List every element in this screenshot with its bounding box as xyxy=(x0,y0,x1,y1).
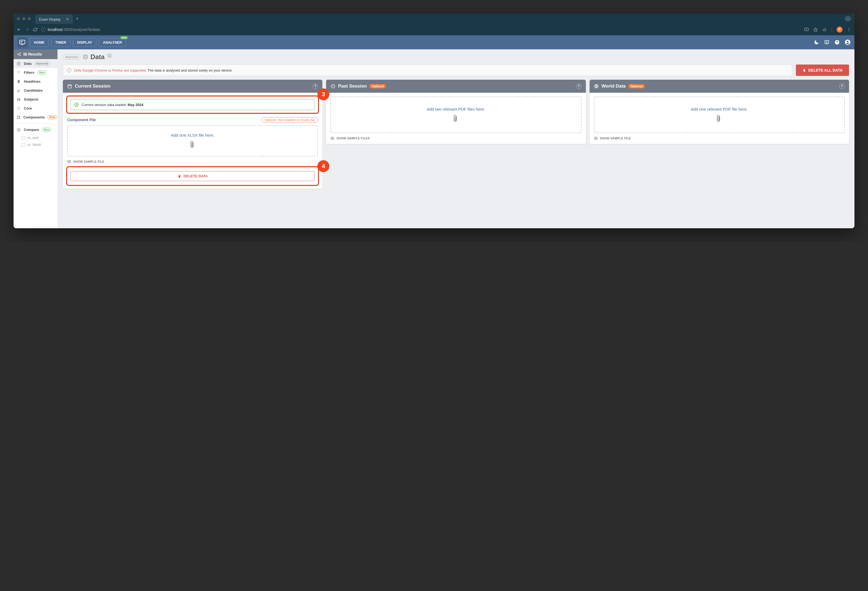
checkbox-icon[interactable] xyxy=(22,136,25,140)
svg-rect-22 xyxy=(17,118,18,119)
compare-icon xyxy=(17,128,21,132)
sidebar-item-filters[interactable]: Filters New xyxy=(13,68,58,77)
show-sample-label: SHOW SAMPLE FILE xyxy=(600,137,631,140)
sidebar-label: Filters xyxy=(24,71,34,75)
sidebar-sub-vs-past[interactable]: vs. past xyxy=(13,134,58,141)
optional-badge: Optional - Not available on results day xyxy=(261,117,318,123)
nav-analyser[interactable]: ANALYSER New xyxy=(99,38,126,47)
file-dropzone-xlsx[interactable]: Add one XLSX file here. xyxy=(67,125,318,157)
browser-tab[interactable]: Exam Display ✕ xyxy=(35,15,73,24)
svg-point-12 xyxy=(17,62,20,63)
svg-point-30 xyxy=(68,161,69,162)
svg-point-9 xyxy=(17,54,18,55)
card-current-session: Current Session ? 3 Current session data… xyxy=(63,80,322,189)
sidebar-item-components[interactable]: Components Beta xyxy=(13,113,58,122)
site-info-icon[interactable]: i xyxy=(41,27,46,32)
reload-button[interactable] xyxy=(33,27,37,32)
forward-button[interactable] xyxy=(25,27,29,32)
maximize-window-icon[interactable] xyxy=(28,17,31,20)
svg-point-33 xyxy=(332,138,332,138)
address-field[interactable]: i localhost:3003/analyser/ib/data xyxy=(41,27,800,32)
svg-rect-20 xyxy=(17,116,18,117)
image-icon xyxy=(331,136,334,140)
file-dropzone-pdf-world[interactable]: Add one relevant PDF file here. xyxy=(594,96,845,133)
help-icon[interactable] xyxy=(834,40,840,45)
new-tab-button[interactable]: + xyxy=(75,16,78,22)
svg-point-3 xyxy=(849,30,850,31)
delete-all-label: DELETE ALL DATA xyxy=(808,68,843,72)
help-icon[interactable]: ? xyxy=(839,84,845,89)
svg-rect-23 xyxy=(19,118,20,119)
banner-text: Only Google Chrome or Firefox are suppor… xyxy=(74,68,233,72)
dropzone-text: Add two relevant PDF files here. xyxy=(427,107,485,111)
card-world-data: World Data Optional ? Add one relevant P… xyxy=(590,80,849,144)
users-icon xyxy=(17,89,21,92)
extensions-icon[interactable] xyxy=(822,27,827,32)
trash-icon xyxy=(802,68,806,72)
theme-toggle-icon[interactable] xyxy=(814,40,819,45)
success-text: Current session data loaded: May 2024 xyxy=(81,103,143,107)
traffic-lights[interactable] xyxy=(17,17,31,20)
optional-badge: Optional xyxy=(369,84,386,89)
sidebar-item-candidates[interactable]: Candidates xyxy=(13,86,58,95)
account-icon[interactable] xyxy=(845,39,851,45)
component-file-label: Component File xyxy=(67,117,96,122)
card-title: Past Session xyxy=(338,84,367,89)
titlebar-chevron-icon[interactable]: ⌄ xyxy=(845,16,851,21)
close-tab-icon[interactable]: ✕ xyxy=(66,17,69,21)
dropzone-text: Add one relevant PDF file here. xyxy=(691,107,748,111)
profile-avatar[interactable]: F xyxy=(837,27,843,33)
sidebar-sub-vs-world[interactable]: vs. World xyxy=(13,141,58,148)
back-button[interactable] xyxy=(17,27,21,32)
show-sample-file-button[interactable]: SHOW SAMPLE FILE xyxy=(594,136,845,140)
sidebar: IB Results Data Improved Filters New Hea… xyxy=(13,49,58,228)
nav-new-badge: New xyxy=(120,36,128,39)
svg-point-2 xyxy=(849,29,850,30)
sidebar-item-core[interactable]: Core xyxy=(13,104,58,113)
svg-point-13 xyxy=(18,89,19,90)
session-date: May 2024 xyxy=(128,103,143,107)
install-app-icon[interactable] xyxy=(804,27,809,32)
card-header: World Data Optional ? xyxy=(590,80,849,93)
help-icon[interactable]: ? xyxy=(313,84,318,89)
svg-point-14 xyxy=(19,89,20,90)
sidebar-item-subjects[interactable]: Subjects xyxy=(13,95,58,104)
svg-point-17 xyxy=(19,107,20,107)
books-icon xyxy=(17,98,21,101)
feedback-icon[interactable] xyxy=(824,40,830,45)
browser-menu-icon[interactable] xyxy=(847,27,851,32)
show-sample-files-button[interactable]: SHOW SAMPLE FILES xyxy=(331,136,581,140)
help-icon[interactable]: ? xyxy=(107,53,112,58)
success-message: Current session data loaded: May 2024 xyxy=(71,99,315,110)
bookmark-icon[interactable] xyxy=(813,27,818,32)
file-dropzone-pdf-past[interactable]: Add two relevant PDF files here. xyxy=(331,96,581,133)
nav-display[interactable]: DISPLAY xyxy=(73,38,96,47)
nav-timer[interactable]: TIMER xyxy=(51,38,70,47)
minimize-window-icon[interactable] xyxy=(22,17,25,20)
trash-icon xyxy=(177,174,182,178)
sidebar-item-data[interactable]: Data Improved xyxy=(13,59,58,68)
delete-data-button[interactable]: DELETE DATA xyxy=(71,171,315,181)
delete-all-button[interactable]: DELETE ALL DATA xyxy=(796,65,849,76)
svg-point-10 xyxy=(19,53,21,54)
info-icon: i xyxy=(67,68,71,72)
card-title: World Data xyxy=(602,84,626,89)
banner-warning: Only Google Chrome or Firefox are suppor… xyxy=(74,68,147,72)
annotation-highlight-3: 3 Current session data loaded: May 2024 xyxy=(66,95,319,114)
database-icon xyxy=(83,55,88,59)
nav-home[interactable]: HOME xyxy=(30,38,49,47)
close-window-icon[interactable] xyxy=(17,17,20,20)
checkbox-icon[interactable] xyxy=(22,143,25,147)
grid-icon xyxy=(17,115,21,119)
delete-data-label: DELETE DATA xyxy=(183,174,208,178)
show-sample-file-button[interactable]: SHOW SAMPLE FILE xyxy=(67,160,318,164)
tab-title: Exam Display xyxy=(39,17,61,21)
sidebar-sub-label: vs. World xyxy=(27,143,41,147)
sidebar-item-headlines[interactable]: Headlines xyxy=(13,77,58,86)
svg-rect-4 xyxy=(19,40,25,44)
app-logo-icon[interactable] xyxy=(17,37,27,47)
improved-badge: Improved xyxy=(63,55,80,59)
help-icon[interactable]: ? xyxy=(576,84,582,89)
sidebar-item-compare[interactable]: Compare New xyxy=(13,125,58,134)
sidebar-label: Data xyxy=(24,62,31,66)
